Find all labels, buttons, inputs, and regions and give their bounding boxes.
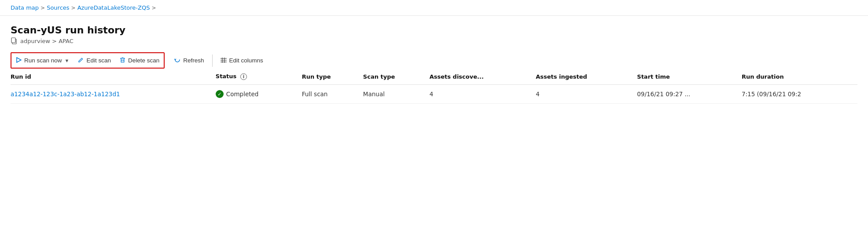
run-scan-button[interactable]: Run scan now ▼ bbox=[11, 54, 74, 67]
breadcrumb-datasource[interactable]: AzureDataLakeStore-ZQS bbox=[77, 4, 150, 11]
status-info-icon[interactable]: i bbox=[240, 73, 247, 80]
toolbar-boxed-group: Run scan now ▼ Edit scan bbox=[11, 52, 165, 69]
run-scan-label: Run scan now bbox=[24, 57, 62, 64]
table-header-row: Run id Status i Run type Scan type Asset… bbox=[11, 69, 857, 85]
cell-assets-discovered: 4 bbox=[430, 85, 536, 104]
delete-icon bbox=[120, 57, 125, 64]
main-content: Scan-yUS run history adpurview > APAC Ru… bbox=[0, 16, 868, 104]
table-row: a1234a12-123c-1a23-ab12-1a123d1 ✓ Comple… bbox=[11, 85, 857, 104]
col-start-time: Start time bbox=[637, 69, 742, 85]
edit-scan-label: Edit scan bbox=[86, 57, 111, 64]
cell-scan-type: Manual bbox=[363, 85, 430, 104]
refresh-label: Refresh bbox=[183, 57, 204, 64]
toolbar-free-group: Refresh Edit columns bbox=[168, 53, 269, 68]
col-assets-discovered: Assets discove... bbox=[430, 69, 536, 85]
col-run-type: Run type bbox=[302, 69, 363, 85]
col-run-duration: Run duration bbox=[742, 69, 857, 85]
delete-scan-label: Delete scan bbox=[128, 57, 159, 64]
run-id-link[interactable]: a1234a12-123c-1a23-ab12-1a123d1 bbox=[11, 91, 120, 98]
breadcrumb-sep-3: > bbox=[151, 5, 156, 11]
subtitle-text: adpurview > APAC bbox=[20, 38, 74, 44]
status-completed-icon: ✓ bbox=[216, 90, 224, 98]
cell-assets-ingested: 4 bbox=[536, 85, 637, 104]
breadcrumb-data-map[interactable]: Data map bbox=[11, 4, 39, 11]
cell-run-id: a1234a12-123c-1a23-ab12-1a123d1 bbox=[11, 85, 216, 104]
page-subtitle: adpurview > APAC bbox=[11, 37, 857, 44]
breadcrumb: Data map > Sources > AzureDataLakeStore-… bbox=[0, 0, 868, 16]
breadcrumb-sep-1: > bbox=[40, 5, 45, 11]
svg-rect-1 bbox=[11, 38, 15, 43]
cell-run-type: Full scan bbox=[302, 85, 363, 104]
edit-icon bbox=[78, 57, 84, 64]
play-icon bbox=[16, 57, 22, 64]
cell-status: ✓ Completed bbox=[216, 85, 302, 104]
refresh-icon bbox=[174, 57, 180, 64]
edit-columns-label: Edit columns bbox=[229, 57, 263, 64]
col-run-id: Run id bbox=[11, 69, 216, 85]
edit-columns-button[interactable]: Edit columns bbox=[216, 54, 268, 67]
col-assets-ingested: Assets ingested bbox=[536, 69, 637, 85]
run-scan-dropdown-arrow: ▼ bbox=[65, 58, 70, 63]
cell-run-duration: 7:15 (09/16/21 09:2 bbox=[742, 85, 857, 104]
cell-start-time: 09/16/21 09:27 ... bbox=[637, 85, 742, 104]
delete-scan-button[interactable]: Delete scan bbox=[115, 54, 164, 67]
refresh-button[interactable]: Refresh bbox=[170, 54, 208, 67]
page-title: Scan-yUS run history bbox=[11, 25, 857, 36]
run-history-table: Run id Status i Run type Scan type Asset… bbox=[11, 69, 857, 104]
toolbar: Run scan now ▼ Edit scan bbox=[11, 52, 269, 69]
col-scan-type: Scan type bbox=[363, 69, 430, 85]
svg-marker-2 bbox=[17, 58, 21, 62]
edit-scan-button[interactable]: Edit scan bbox=[74, 54, 115, 67]
copy-icon bbox=[11, 37, 18, 44]
breadcrumb-sources[interactable]: Sources bbox=[47, 4, 69, 11]
toolbar-sep bbox=[212, 54, 213, 67]
columns-icon bbox=[221, 57, 227, 64]
breadcrumb-sep-2: > bbox=[71, 5, 76, 11]
col-status: Status i bbox=[216, 69, 302, 85]
status-text: Completed bbox=[226, 91, 259, 98]
